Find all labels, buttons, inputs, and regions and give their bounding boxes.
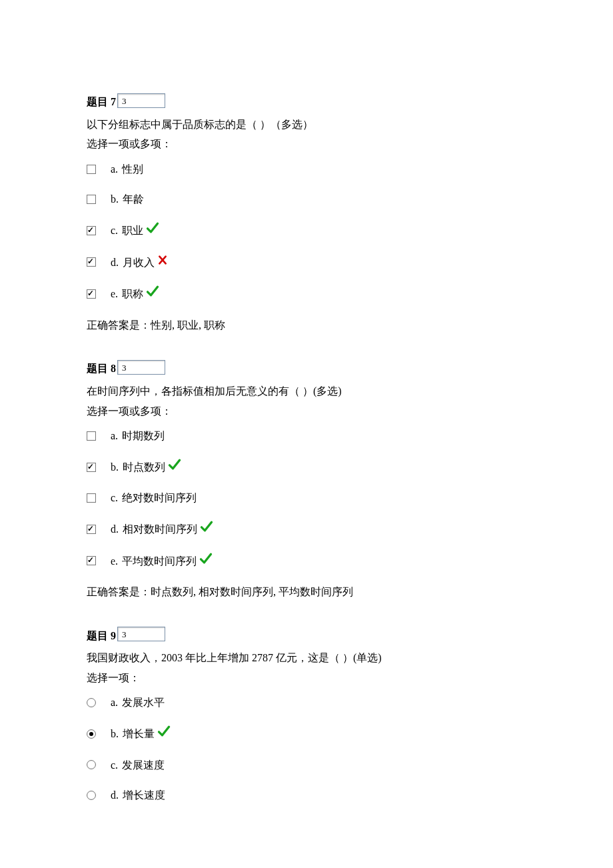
checkbox[interactable] [87, 226, 96, 235]
correct-answer-label: 正确答案是： [87, 586, 151, 597]
option-text: 职称 [122, 285, 143, 303]
question-7: 题目 7 3 以下分组标志中属于品质标志的是（ ）（多选） 选择一项或多项： a… [87, 93, 526, 333]
option-letter: d. [111, 787, 119, 804]
instruction: 选择一项或多项： [87, 135, 526, 153]
option-row: c. 职业 [87, 221, 526, 240]
radio[interactable] [87, 791, 96, 800]
option-row: e. 职称 [87, 285, 526, 303]
option-text: 职业 [122, 222, 143, 239]
option-row: c. 绝对数时间序列 [87, 489, 526, 507]
question-text: 在时间序列中，各指标值相加后无意义的有（ ）(多选) [87, 383, 526, 400]
check-mark-icon [146, 221, 159, 240]
correct-answer: 正确答案是：时点数列, 相对数时间序列, 平均数时间序列 [87, 583, 526, 601]
instruction: 选择一项： [87, 669, 526, 687]
option-text: 时期数列 [122, 427, 165, 445]
option-letter: e. [111, 285, 118, 303]
checkbox[interactable] [87, 463, 96, 472]
option-letter: b. [111, 191, 119, 208]
option-row: a. 发展水平 [87, 694, 526, 711]
option-row: b. 年龄 [87, 191, 526, 208]
option-text: 年龄 [123, 191, 144, 208]
check-mark-icon [200, 520, 213, 539]
score-input[interactable]: 3 [117, 627, 165, 641]
option-text: 增长速度 [123, 787, 165, 804]
check-mark-icon [199, 552, 213, 571]
question-number: 题目 9 [87, 627, 116, 645]
option-text: 绝对数时间序列 [122, 489, 197, 507]
correct-answer-text: 时点数列, 相对数时间序列, 平均数时间序列 [151, 586, 353, 597]
radio[interactable] [87, 760, 96, 769]
check-mark-icon [168, 458, 181, 477]
option-text: 性别 [122, 161, 143, 178]
option-letter: d. [111, 254, 119, 271]
option-text: 月收入 [123, 254, 155, 271]
option-row: d. 相对数时间序列 [87, 520, 526, 539]
question-text: 我国财政收入，2003 年比上年增加 2787 亿元，这是（ ）(单选) [87, 649, 526, 667]
option-letter: c. [111, 489, 118, 507]
checkbox[interactable] [87, 493, 96, 503]
score-input[interactable]: 3 [117, 360, 165, 375]
option-row: c. 发展速度 [87, 757, 526, 774]
cross-mark-icon [157, 253, 168, 272]
checkbox[interactable] [87, 257, 96, 267]
correct-answer: 正确答案是：性别, 职业, 职称 [87, 317, 526, 334]
question-number: 题目 7 [87, 93, 116, 111]
option-row: a. 性别 [87, 161, 526, 178]
option-letter: a. [111, 694, 118, 711]
option-text: 增长量 [123, 725, 155, 743]
checkbox[interactable] [87, 195, 96, 204]
checkbox[interactable] [87, 556, 96, 565]
instruction: 选择一项或多项： [87, 403, 526, 420]
check-mark-icon [146, 285, 159, 303]
option-row: d. 增长速度 [87, 787, 526, 804]
question-8: 题目 8 3 在时间序列中，各指标值相加后无意义的有（ ）(多选) 选择一项或多… [87, 360, 526, 600]
option-letter: c. [111, 757, 118, 774]
radio[interactable] [87, 698, 96, 707]
checkbox[interactable] [87, 431, 96, 441]
option-letter: a. [111, 427, 118, 445]
option-letter: b. [111, 459, 119, 476]
option-row: d. 月收入 [87, 253, 526, 272]
checkbox[interactable] [87, 289, 96, 299]
question-text: 以下分组标志中属于品质标志的是（ ）（多选） [87, 116, 526, 133]
option-letter: d. [111, 521, 119, 538]
option-text: 发展速度 [122, 757, 165, 774]
option-text: 相对数时间序列 [123, 521, 197, 538]
question-header: 题目 7 3 [87, 93, 526, 111]
correct-answer-text: 性别, 职业, 职称 [151, 319, 225, 331]
option-letter: a. [111, 161, 118, 178]
question-header: 题目 9 3 [87, 627, 526, 645]
checkbox[interactable] [87, 165, 96, 174]
option-letter: e. [111, 553, 118, 570]
question-header: 题目 8 3 [87, 360, 526, 377]
question-number: 题目 8 [87, 360, 116, 377]
score-input[interactable]: 3 [117, 93, 165, 108]
option-text: 平均数时间序列 [122, 553, 197, 570]
radio[interactable] [87, 729, 96, 739]
correct-answer-label: 正确答案是： [87, 319, 151, 331]
option-letter: c. [111, 222, 118, 239]
option-row: b. 增长量 [87, 725, 526, 743]
option-row: a. 时期数列 [87, 427, 526, 445]
option-text: 时点数列 [123, 459, 165, 476]
option-letter: b. [111, 725, 119, 743]
option-text: 发展水平 [122, 694, 165, 711]
option-row: e. 平均数时间序列 [87, 552, 526, 571]
checkbox[interactable] [87, 525, 96, 534]
check-mark-icon [157, 725, 171, 743]
option-row: b. 时点数列 [87, 458, 526, 477]
question-9: 题目 9 3 我国财政收入，2003 年比上年增加 2787 亿元，这是（ ）(… [87, 627, 526, 804]
